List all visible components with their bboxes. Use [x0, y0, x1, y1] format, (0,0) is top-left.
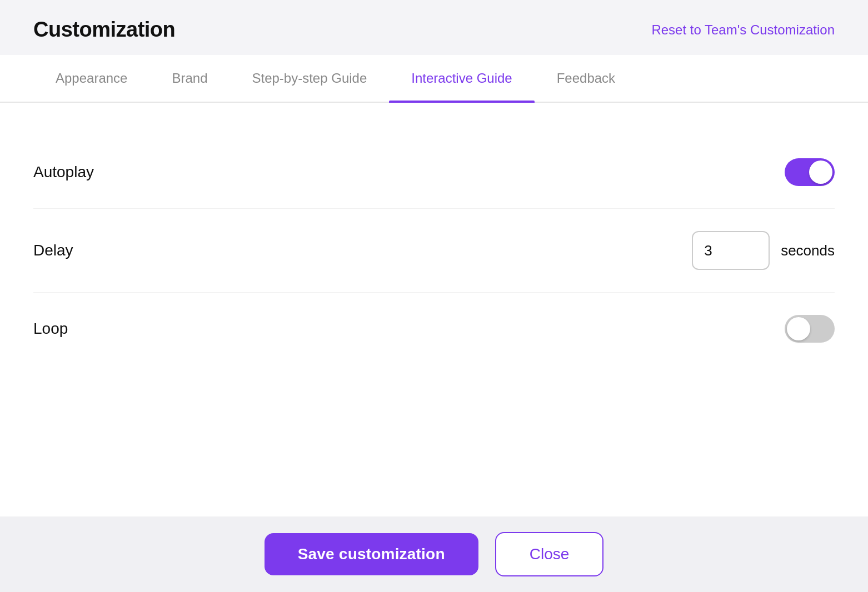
main-content: Appearance Brand Step-by-step Guide Inte… — [0, 55, 868, 516]
close-button[interactable]: Close — [495, 532, 604, 576]
loop-toggle[interactable] — [785, 315, 835, 343]
loop-toggle-track — [785, 315, 835, 343]
save-customization-button[interactable]: Save customization — [265, 533, 478, 575]
loop-label: Loop — [33, 320, 68, 338]
delay-label: Delay — [33, 242, 73, 259]
footer: Save customization Close — [0, 516, 868, 592]
loop-row: Loop — [33, 293, 835, 365]
loop-toggle-knob — [787, 317, 810, 340]
delay-control: seconds — [692, 231, 835, 270]
tab-feedback[interactable]: Feedback — [535, 55, 637, 102]
autoplay-toggle[interactable] — [785, 158, 835, 186]
delay-unit-label: seconds — [781, 242, 835, 259]
delay-input[interactable] — [692, 231, 770, 270]
tab-interactive-guide[interactable]: Interactive Guide — [389, 55, 534, 102]
page-header: Customization Reset to Team's Customizat… — [0, 0, 868, 55]
delay-row: Delay seconds — [33, 209, 835, 293]
page-title: Customization — [33, 18, 175, 42]
tab-appearance[interactable]: Appearance — [33, 55, 149, 102]
tab-step-by-step-guide[interactable]: Step-by-step Guide — [230, 55, 389, 102]
content-area: Autoplay Delay seconds Loop — [0, 103, 868, 516]
tabs-bar: Appearance Brand Step-by-step Guide Inte… — [0, 55, 868, 103]
autoplay-toggle-track — [785, 158, 835, 186]
autoplay-row: Autoplay — [33, 136, 835, 209]
autoplay-label: Autoplay — [33, 163, 94, 181]
tab-brand[interactable]: Brand — [149, 55, 230, 102]
autoplay-toggle-knob — [809, 160, 832, 184]
reset-link[interactable]: Reset to Team's Customization — [651, 22, 835, 38]
